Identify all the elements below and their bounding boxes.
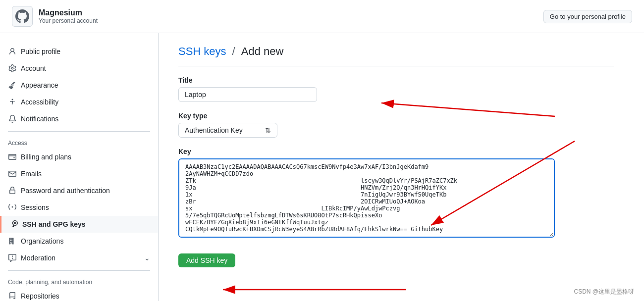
sidebar-item-notifications[interactable]: Notifications bbox=[0, 110, 158, 127]
sidebar-item-billing[interactable]: Billing and plans bbox=[0, 149, 158, 165]
header-account-type: Your personal account bbox=[39, 17, 98, 24]
sidebar-item-public-profile[interactable]: Public profile bbox=[0, 43, 158, 60]
page-layout: Public profile Account Appearance bbox=[0, 33, 644, 301]
creditcard-icon bbox=[8, 152, 17, 161]
bell-icon bbox=[8, 114, 17, 123]
breadcrumb-current: Add new bbox=[241, 45, 284, 58]
sidebar: Public profile Account Appearance bbox=[0, 33, 159, 301]
key-type-value: Authentication Key bbox=[185, 126, 243, 134]
code-section-label: Code, planning, and automation bbox=[0, 275, 158, 288]
sidebar-item-moderation[interactable]: Moderation ⌄ bbox=[0, 250, 158, 266]
sidebar-divider-2 bbox=[8, 270, 150, 271]
sidebar-item-label: Emails bbox=[21, 170, 42, 178]
sidebar-item-label: Billing and plans bbox=[21, 153, 71, 161]
gear-icon bbox=[8, 64, 17, 73]
organization-icon bbox=[8, 237, 17, 246]
breadcrumb-link[interactable]: SSH keys bbox=[178, 45, 226, 58]
select-arrow-icon: ⇅ bbox=[265, 126, 271, 134]
sidebar-item-label: Moderation bbox=[21, 254, 55, 262]
key-type-label: Key type bbox=[178, 112, 614, 120]
sidebar-item-label: Repositories bbox=[21, 292, 59, 300]
sidebar-item-label: Notifications bbox=[21, 115, 58, 123]
mail-icon bbox=[8, 169, 17, 178]
sidebar-item-label: SSH and GPG keys bbox=[22, 220, 86, 228]
breadcrumb-sep: / bbox=[232, 45, 235, 58]
sidebar-item-organizations[interactable]: Organizations bbox=[0, 233, 158, 250]
key-icon bbox=[9, 220, 18, 229]
main-content: SSH keys / Add new Title Key type Authen… bbox=[159, 33, 634, 301]
title-input[interactable] bbox=[178, 87, 317, 102]
accessibility-icon bbox=[8, 98, 17, 106]
sidebar-item-password[interactable]: Password and authentication bbox=[0, 182, 158, 199]
sidebar-item-appearance[interactable]: Appearance bbox=[0, 77, 158, 94]
key-label: Key bbox=[178, 148, 614, 155]
repo-icon bbox=[8, 292, 17, 301]
report-icon bbox=[8, 253, 17, 262]
chevron-down-icon: ⌄ bbox=[144, 254, 150, 262]
broadcast-icon bbox=[8, 203, 17, 212]
sidebar-item-label: Public profile bbox=[21, 48, 60, 55]
key-type-select[interactable]: Authentication Key ⇅ bbox=[178, 123, 277, 138]
profile-button[interactable]: Go to your personal profile bbox=[543, 10, 632, 23]
title-label: Title bbox=[178, 76, 614, 84]
sidebar-item-ssh-gpg[interactable]: SSH and GPG keys bbox=[0, 216, 158, 233]
sidebar-item-label: Organizations bbox=[21, 237, 63, 245]
sidebar-item-label: Password and authentication bbox=[21, 187, 110, 195]
sidebar-item-label: Appearance bbox=[21, 81, 58, 89]
app-header: Magnesium Your personal account Go to yo… bbox=[0, 0, 644, 33]
avatar bbox=[12, 6, 33, 27]
lock-icon bbox=[8, 186, 17, 195]
header-user-info: Magnesium Your personal account bbox=[39, 8, 98, 24]
footer-note: CSDN @这里是墨格呀 bbox=[574, 288, 634, 296]
sidebar-item-label: Sessions bbox=[21, 203, 49, 211]
sidebar-item-emails[interactable]: Emails bbox=[0, 165, 158, 182]
add-ssh-key-button[interactable]: Add SSH key bbox=[178, 253, 235, 267]
sidebar-item-label: Account bbox=[21, 64, 46, 72]
sidebar-item-repositories[interactable]: Repositories bbox=[0, 288, 158, 301]
paintbrush-icon bbox=[8, 81, 17, 90]
title-group: Title bbox=[178, 76, 614, 102]
sidebar-item-account[interactable]: Account bbox=[0, 60, 158, 77]
header-brand: Magnesium Your personal account bbox=[12, 6, 98, 27]
sidebar-divider-1 bbox=[8, 131, 150, 132]
sidebar-item-label: Accessibility bbox=[21, 98, 58, 106]
access-section-label: Access bbox=[0, 136, 158, 149]
page-header: SSH keys / Add new bbox=[178, 45, 614, 66]
header-username: Magnesium bbox=[39, 8, 98, 17]
sidebar-item-accessibility[interactable]: Accessibility bbox=[0, 94, 158, 110]
key-group: Key <span class="key-content">AAAAB3NzaC… bbox=[178, 148, 614, 238]
person-icon bbox=[8, 47, 17, 56]
key-textarea[interactable]: <span class="key-content">AAAAB3NzaC1yc2… bbox=[178, 158, 555, 238]
key-type-group: Key type Authentication Key ⇅ bbox=[178, 112, 614, 138]
sidebar-item-sessions[interactable]: Sessions bbox=[0, 199, 158, 216]
